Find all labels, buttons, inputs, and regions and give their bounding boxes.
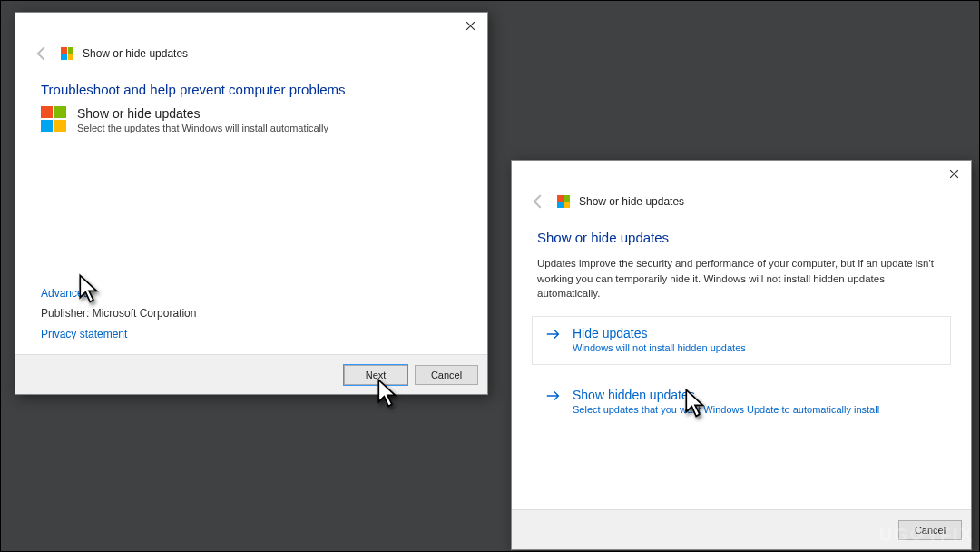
page-heading: Show or hide updates	[512, 219, 971, 247]
page-heading: Troubleshoot and help prevent computer p…	[15, 71, 487, 99]
close-button[interactable]	[453, 13, 487, 38]
header-row: Show or hide updates	[15, 44, 487, 71]
options-list: Hide updates Windows will not install hi…	[512, 301, 971, 427]
close-icon	[466, 21, 475, 31]
links-block: Advanced Publisher: Microsoft Corporatio…	[15, 283, 487, 354]
titlebar	[15, 13, 487, 44]
troubleshooter-identity: Show or hide updates Select the updates …	[15, 99, 487, 133]
troubleshooter-title: Show or hide updates	[77, 106, 328, 121]
microsoft-logo-icon	[41, 106, 66, 132]
troubleshooter-subtitle: Select the updates that Windows will ins…	[77, 123, 328, 133]
window-title: Show or hide updates	[579, 195, 684, 208]
arrow-right-icon	[545, 389, 562, 405]
watermark: UG⟳TFIX	[879, 524, 974, 546]
option-desc: Select updates that you want Windows Upd…	[573, 404, 879, 415]
back-button[interactable]	[528, 192, 548, 212]
option-title: Hide updates	[573, 326, 746, 340]
option-desc: Windows will not install hidden updates	[573, 342, 746, 353]
next-button-rest: ext	[373, 370, 387, 380]
option-show-hidden-updates[interactable]: Show hidden updates Select updates that …	[532, 378, 951, 427]
next-button[interactable]: Next	[344, 365, 407, 385]
publisher-label: Publisher: Microsoft Corporation	[41, 307, 196, 320]
back-arrow-icon	[32, 44, 52, 64]
privacy-link[interactable]: Privacy statement	[41, 324, 127, 345]
page-description: Updates improve the security and perform…	[512, 247, 971, 301]
option-title: Show hidden updates	[573, 388, 879, 402]
close-icon	[949, 169, 959, 179]
window-title: Show or hide updates	[83, 47, 188, 60]
cancel-button[interactable]: Cancel	[415, 365, 478, 385]
arrow-right-icon	[545, 328, 562, 343]
back-arrow-icon	[528, 192, 548, 212]
troubleshooter-dialog-step1: Show or hide updates Troubleshoot and he…	[15, 12, 488, 395]
close-button[interactable]	[936, 161, 971, 186]
dialog-footer: Next Cancel	[15, 354, 487, 394]
titlebar	[512, 161, 971, 192]
troubleshooter-dialog-step2: Show or hide updates Show or hide update…	[511, 160, 972, 550]
header-row: Show or hide updates	[512, 192, 971, 219]
back-button[interactable]	[32, 44, 52, 64]
microsoft-logo-icon	[557, 195, 570, 208]
microsoft-logo-icon	[61, 47, 74, 60]
advanced-link[interactable]: Advanced	[41, 283, 89, 304]
option-hide-updates[interactable]: Hide updates Windows will not install hi…	[532, 316, 951, 365]
